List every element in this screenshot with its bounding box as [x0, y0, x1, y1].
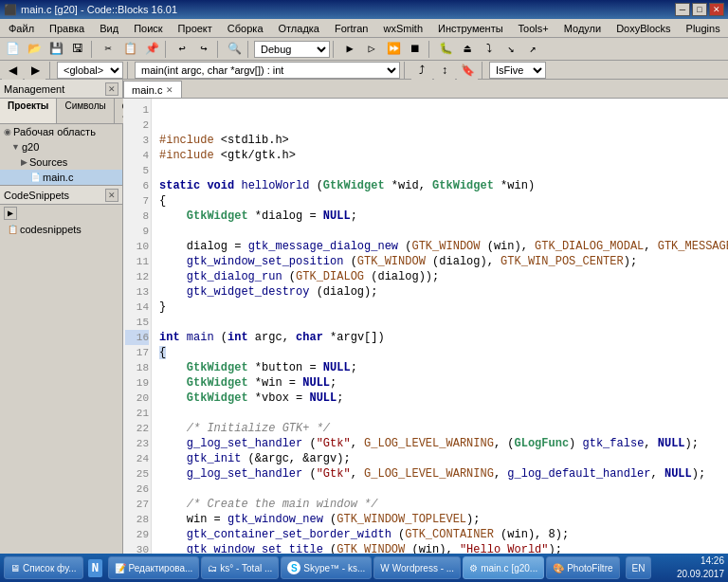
code-line-6: { [159, 194, 166, 208]
build-target-select[interactable]: Debug Release [254, 41, 330, 58]
taskbar-total[interactable]: 🗂 ks° - Total ... [201, 556, 279, 579]
save-btn[interactable]: 💾 [46, 40, 66, 59]
menu-plugins[interactable]: Plugins [680, 20, 727, 37]
menu-project[interactable]: Проект [172, 20, 219, 37]
debug-btn[interactable]: 🐛 [435, 40, 456, 59]
code-line-5: static void helloWorld (GtkWidget *wid, … [159, 179, 535, 192]
menu-tools[interactable]: Инструменты [431, 20, 510, 37]
tree-mainc[interactable]: 📄 main.c [0, 170, 122, 185]
taskbar-start[interactable]: 🖥 Список фу... [4, 556, 83, 579]
copy-btn[interactable]: 📋 [119, 40, 140, 59]
editor-label: Редактирова... [129, 563, 193, 573]
find-btn[interactable]: 🔍 [224, 40, 245, 59]
ln-18: 18 [125, 360, 149, 375]
menu-file[interactable]: Файл [2, 20, 41, 37]
sep-scope3 [404, 62, 408, 79]
code-line-21: /* Initialize GTK+ */ [159, 422, 330, 435]
menu-modules[interactable]: Модули [557, 20, 608, 37]
editor-tab-mainc[interactable]: main.c ✕ [123, 81, 182, 98]
step-over-btn[interactable]: ⤵ [479, 40, 500, 59]
paste-btn[interactable]: 📌 [141, 40, 162, 59]
scope-bar: ◀ ▶ <global> main(int argc, char *argv[]… [0, 61, 728, 80]
workspace-label: Рабочая область [13, 126, 96, 137]
debug-stop-btn[interactable]: ⏏ [457, 40, 478, 59]
snippet-close-btn[interactable]: ✕ [105, 189, 118, 202]
code-content[interactable]: #include <stdlib.h> #include <gtk/gtk.h>… [152, 99, 728, 582]
sep-scope [49, 62, 53, 79]
taskbar-photofiltre[interactable]: 🎨 PhotoFiltre [546, 556, 619, 579]
menu-tools-plus[interactable]: Tools+ [512, 20, 555, 37]
new-file-btn[interactable]: 📄 [2, 40, 23, 59]
isfive-select[interactable]: IsFive [489, 62, 546, 79]
tab-bar: main.c ✕ [123, 80, 728, 99]
code-line-15: int main (int argc, char *argv[]) [159, 331, 385, 344]
bookmark-btn[interactable]: 🔖 [457, 61, 478, 80]
scope-global-select[interactable]: <global> [57, 62, 123, 79]
taskbar-editor[interactable]: 📝 Редактирова... [108, 556, 200, 579]
taskbar-nimbus[interactable]: N [85, 557, 106, 578]
code-line-17: GtkWidget *button = NULL; [159, 361, 357, 374]
cut-btn[interactable]: ✂ [98, 40, 118, 59]
tab-projects[interactable]: Проекты [0, 99, 57, 123]
stop-btn[interactable]: ⏹ [405, 40, 426, 59]
minimize-button[interactable]: ─ [675, 3, 690, 16]
match-btn[interactable]: ↕ [434, 61, 455, 80]
snippet-item[interactable]: 📋 codesnippets [0, 222, 122, 237]
menu-search[interactable]: Поиск [127, 20, 169, 37]
maximize-button[interactable]: □ [692, 3, 707, 16]
title-bar: ⬛ main.c [g20] - Code::Blocks 16.01 ─ □ … [0, 0, 728, 19]
tree-project[interactable]: ▼ g20 [0, 139, 122, 155]
ln-10: 10 [125, 239, 149, 254]
management-panel-header: Management ✕ [0, 80, 122, 99]
build-run-btn[interactable]: ⏩ [383, 40, 404, 59]
tree-workspace[interactable]: ◉ Рабочая область [0, 124, 122, 139]
taskbar-wordpress[interactable]: W Wordpress - ... [373, 556, 461, 579]
tab-symbols[interactable]: Символы [57, 99, 114, 123]
jump-btn[interactable]: ⤴ [411, 61, 432, 80]
menu-doxyblocks[interactable]: DoxyBlocks [610, 20, 677, 37]
code-line-23: gtk_init (&argc, &argv); [159, 452, 351, 465]
scope-function-select[interactable]: main(int argc, char *argv[]) : int [135, 62, 400, 79]
ln-29: 29 [125, 527, 149, 542]
ln-7: 7 [125, 193, 149, 209]
menu-build[interactable]: Сборка [221, 20, 270, 37]
code-line-18: GtkWidget *win = NULL; [159, 376, 337, 390]
run-btn[interactable]: ▷ [361, 40, 382, 59]
management-close-btn[interactable]: ✕ [105, 82, 118, 96]
ln-13: 13 [125, 284, 149, 300]
sep6 [428, 41, 432, 58]
menu-fortran[interactable]: Fortran [328, 20, 374, 37]
ln-25: 25 [125, 466, 149, 482]
menu-debug[interactable]: Отладка [272, 20, 326, 37]
project-icon: ▼ [11, 142, 20, 152]
step-out-btn[interactable]: ↗ [522, 40, 543, 59]
left-panel: Management ✕ Проекты Символы фа ● ◉ Рабо… [0, 80, 123, 582]
tree-sources[interactable]: ▶ Sources [0, 155, 122, 170]
save-all-btn[interactable]: 🖫 [67, 40, 88, 59]
menu-view[interactable]: Вид [93, 20, 125, 37]
taskbar-skype[interactable]: S Skype™ - ks... [281, 556, 372, 579]
forward-btn[interactable]: ▶ [25, 61, 46, 80]
cb-icon: ⚙ [469, 563, 478, 573]
step-in-btn[interactable]: ↘ [500, 40, 521, 59]
photo-label: PhotoFiltre [567, 563, 612, 573]
editor-tab-close[interactable]: ✕ [166, 85, 173, 95]
panel-tabs: Проекты Символы фа ● [0, 99, 122, 124]
taskbar-lang[interactable]: EN [626, 556, 652, 579]
taskbar-codeblocks[interactable]: ⚙ main.c [g20... [463, 556, 544, 579]
title-bar-buttons[interactable]: ─ □ ✕ [675, 3, 724, 16]
build-btn[interactable]: ▶ [339, 40, 360, 59]
menu-wxsmith[interactable]: wxSmith [376, 20, 429, 37]
back-btn[interactable]: ◀ [2, 61, 23, 80]
redo-btn[interactable]: ↪ [193, 40, 214, 59]
undo-btn[interactable]: ↩ [172, 40, 192, 59]
menu-edit[interactable]: Правка [43, 20, 91, 37]
snippet-arrow-btn[interactable]: ▶ [4, 207, 17, 220]
ln-23: 23 [125, 436, 149, 451]
snippet-header: CodeSnippets ✕ [0, 186, 122, 205]
open-file-btn[interactable]: 📂 [24, 40, 45, 59]
code-line-7: GtkWidget *dialog = NULL; [159, 209, 357, 223]
close-button[interactable]: ✕ [709, 3, 724, 16]
project-label: g20 [22, 141, 39, 153]
ln-26: 26 [125, 482, 149, 497]
